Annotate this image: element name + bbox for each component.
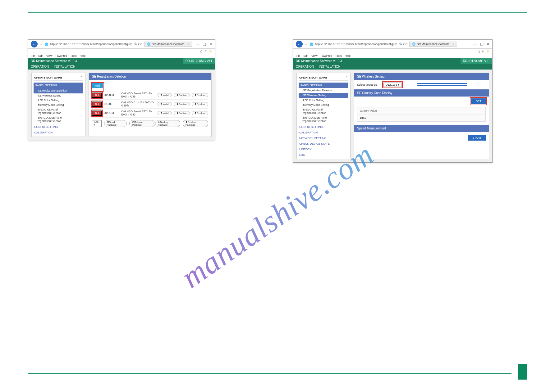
maximize-icon[interactable]: ▢ (203, 42, 206, 46)
sidebar: UPDATE SOFTWARE˄ PANEL SETTING SE Regist… (31, 73, 85, 137)
menubar[interactable]: File Edit View Favorites Tools Help (293, 54, 492, 58)
sidebar-item-se-reg[interactable]: SE Registration/Deletion (34, 88, 83, 93)
delete-button[interactable]: Del (92, 92, 102, 98)
delete-button[interactable]: Del (92, 110, 102, 116)
sidebar-item[interactable]: DR-ID1422SE Panel Registration/Deletion (34, 115, 83, 124)
target-se-select[interactable]: U120133 ▾ (383, 83, 401, 87)
install-pill[interactable]: ✿Install (158, 102, 172, 106)
smiley-icon[interactable]: ☺ (486, 49, 490, 53)
page-top-divider (28, 12, 527, 14)
minimize-icon[interactable]: — (196, 42, 200, 46)
star-icon[interactable]: ☆ (204, 49, 207, 53)
sidebar-item[interactable]: Memory Mode Setting (34, 103, 83, 107)
current-value-label: Current Value (357, 107, 485, 115)
current-value: 4015 (357, 115, 485, 121)
smiley-icon[interactable]: ☺ (209, 49, 212, 53)
sidebar-item[interactable]: LED Color Setting (34, 98, 83, 103)
restore-pill[interactable]: ⬆Restore (192, 102, 208, 106)
restore-pill[interactable]: ⬆Restore (192, 93, 208, 97)
model-label: DR-ID1200MC V11 (183, 58, 215, 64)
country-code-header: SE Country Code Display (354, 89, 489, 97)
browser-window-left: ← → 🌐 http://192.168.0.19:10101/index.ht… (28, 39, 215, 140)
sidebar-item[interactable]: D-EVO GL Panel Registration/Deletion (34, 107, 83, 115)
sidebar-item[interactable]: DR-ID1422SE Panel Registration/Deletion (299, 115, 348, 124)
globe-icon: 🌐 (310, 43, 313, 46)
callout-line (417, 85, 467, 86)
tab-installation[interactable]: INSTALLATION (319, 64, 341, 70)
sidebar-item[interactable]: SE Registration/Deletion (299, 88, 348, 93)
collapse-icon[interactable]: ˄ (346, 76, 348, 79)
delete-button[interactable]: Del (92, 101, 102, 107)
select-target-label: Select target SE (357, 83, 377, 86)
close-icon[interactable]: ✕ (487, 42, 490, 46)
star-icon[interactable]: ☆ (481, 49, 485, 53)
forward-icon: → (39, 43, 43, 46)
collapse-icon[interactable]: ˄ (81, 76, 83, 79)
menubar[interactable]: File Edit View Favorites Tools Help (28, 54, 215, 58)
close-icon[interactable]: ✕ (209, 42, 212, 46)
sidebar-network[interactable]: NETWORK SETTING (299, 135, 348, 140)
sidebar-update[interactable]: UPDATE SOFTWARE (299, 76, 327, 79)
sidebar-item[interactable]: D-EVO GL Panel Registration/Deletion (299, 107, 348, 115)
back-icon[interactable]: ← (296, 41, 303, 47)
table-row: Del I120133 CALNEO Smart S77 / D-EVO II … (92, 109, 208, 118)
sidebar: UPDATE SOFTWARE˄ PANEL SETTING SE Regist… (296, 73, 351, 159)
forward-icon: → (305, 43, 308, 46)
sidebar-item-wireless[interactable]: SE Wireless Setting (299, 93, 348, 98)
browser-tab[interactable]: 🌐DR Maintenance Software× (409, 42, 457, 47)
backup-pill[interactable]: ⬇Backup (174, 93, 190, 97)
range-select[interactable]: 1-20 ▾ (92, 120, 102, 127)
app-version: DR Maintenance Software V1.0.3 (293, 58, 344, 64)
address-bar[interactable]: http://192.168.0.19:10101/index.html#/to… (50, 43, 132, 46)
page-number-tab (518, 364, 527, 380)
sidebar-item[interactable]: LED Color Setting (299, 98, 348, 103)
callout-line (417, 83, 467, 84)
browser-window-right: ← → 🌐 http://192.168.0.19:10101/index.ht… (293, 39, 493, 163)
search-refresh[interactable]: 🔍 ▾ C (134, 43, 143, 46)
sidebar-panel-setting[interactable]: PANEL SETTING (34, 83, 83, 88)
backup-package-button[interactable]: ⬇Backup Package (155, 120, 180, 127)
get-button[interactable]: GET (471, 98, 486, 104)
install-pill[interactable]: ✿Install (158, 111, 172, 115)
search-refresh[interactable]: 🔍 ▾ C (399, 43, 408, 46)
footer-divider (28, 373, 511, 374)
sidebar-panel-setting[interactable]: PANEL SETTING (299, 83, 348, 88)
backup-pill[interactable]: ⬇Backup (174, 102, 190, 106)
sidebar-config[interactable]: CONFIG SETTING (299, 124, 348, 129)
browser-tab[interactable]: 🌐DR Maintenance Software× (144, 42, 192, 47)
home-icon[interactable]: ⌂ (478, 49, 480, 53)
send-package-button[interactable]: ✉Send Package (104, 120, 127, 127)
wireless-header: SE Wireless Setting (354, 73, 489, 80)
start-button[interactable]: START (468, 135, 486, 141)
sidebar-calibration[interactable]: CALIBRATION (299, 129, 348, 135)
add-button[interactable]: Add (92, 83, 103, 88)
tab-operation[interactable]: OPERATION (31, 64, 49, 70)
maximize-icon[interactable]: ▢ (480, 42, 484, 46)
app-version: DR Maintenance Software V1.0.3 (28, 58, 79, 64)
restore-package-button[interactable]: ⬆Restore Package (183, 120, 208, 127)
backup-pill[interactable]: ⬇Backup (174, 111, 190, 115)
back-icon[interactable]: ← (31, 41, 38, 47)
install-pill[interactable]: ✿Install (158, 93, 172, 97)
section-divider (28, 33, 214, 33)
sidebar-item[interactable]: Memory Mode Setting (299, 103, 348, 107)
sidebar-check-device[interactable]: CHECK DEVICE STATE (299, 140, 348, 146)
main-header: SE Registration/Deletion (89, 73, 211, 80)
release-package-button[interactable]: ⊘Release Package (129, 120, 155, 127)
table-row: Del I120053 CALNEO Smart S47 / D-EVO II … (92, 91, 208, 100)
sidebar-update[interactable]: UPDATE SOFTWARE (34, 76, 62, 79)
sidebar-config[interactable]: CONFIG SETTING (34, 124, 83, 129)
model-label: DR-ID1200MC V11 (461, 58, 492, 64)
tab-operation[interactable]: OPERATION (296, 64, 314, 70)
globe-icon: 🌐 (44, 43, 48, 46)
address-bar[interactable]: http://192.168.0.19:10101/index.html#/to… (315, 43, 397, 46)
home-icon[interactable]: ⌂ (200, 49, 202, 53)
sidebar-history[interactable]: HISTORY (299, 146, 348, 151)
sidebar-item[interactable]: SE Wireless Setting (34, 93, 83, 98)
minimize-icon[interactable]: — (473, 42, 477, 46)
restore-pill[interactable]: ⬆Restore (192, 111, 208, 115)
sidebar-log[interactable]: LOG (299, 151, 348, 157)
tab-installation[interactable]: INSTALLATION (54, 64, 76, 70)
sidebar-calibration[interactable]: CALIBRATION (34, 129, 83, 135)
table-row: Del I21305 CALNEO C 1417 / D-EVO G35i/s … (92, 100, 208, 109)
